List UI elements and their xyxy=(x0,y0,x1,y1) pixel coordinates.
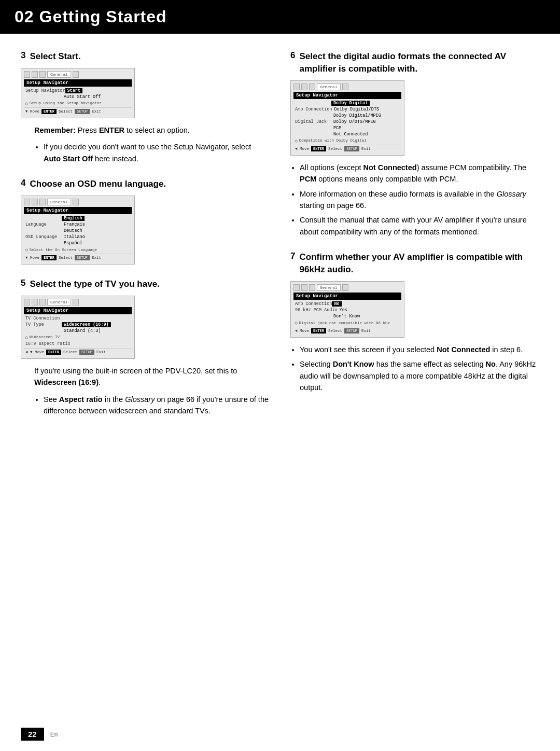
ss-note: ◯ Digital jack not compatible with 96 kH… xyxy=(293,319,401,326)
page-number: 22 xyxy=(21,728,44,741)
ss-footer: ▼ Move ENTER Select SETUP Exit xyxy=(24,107,132,115)
ss-row-96khz: 96 kHz PCM Audio Yes xyxy=(293,307,401,313)
ss-title: Setup Navigator xyxy=(293,92,401,99)
section-7-title: 7 Confirm whether your AV amplifier is c… xyxy=(290,251,539,276)
section-5-heading: Select the type of TV you have. xyxy=(30,278,159,290)
ss-note: ◯ Select the On Screen Language xyxy=(24,246,132,253)
list-item: All options (except Not Connected) assum… xyxy=(300,162,539,185)
section-4-title: 4 Choose an OSD menu language. xyxy=(21,178,270,190)
left-column: 3 Select Start. General Setup Navigator … xyxy=(21,50,270,430)
ss-row-amp: Amp Connection Dolby Digital/DTS xyxy=(293,106,401,113)
ss-row-1: Setup Navigator Start xyxy=(24,88,132,94)
section-3: 3 Select Start. General Setup Navigator … xyxy=(21,50,270,164)
screenshot-osd-language: General Setup Navigator English Language… xyxy=(21,196,135,265)
ss-title: Setup Navigator xyxy=(24,307,132,314)
section-6-title: 6 Select the digital audio formats the c… xyxy=(290,50,539,75)
ss-tabs: General xyxy=(293,284,401,291)
ss-row-dolby-mpeg: Dolby Digital/MPEG xyxy=(293,113,401,119)
list-item: If you decide you don't want to use the … xyxy=(44,141,270,164)
remember-text: Remember: Press ENTER to select an optio… xyxy=(34,124,270,136)
ss-tabs: General xyxy=(293,84,401,90)
ss-title: Setup Navigator xyxy=(293,293,401,300)
section-7-heading: Confirm whether your AV amplifier is com… xyxy=(299,251,539,276)
screenshot-select-start: General Setup Navigator Setup Navigator … xyxy=(21,68,135,118)
ss-tabs: General xyxy=(24,299,132,305)
section-6-heading: Select the digital audio formats the con… xyxy=(299,50,539,75)
ss-row-francais: Language Français xyxy=(24,221,132,228)
ss-row-amp-conn: Amp Connection No xyxy=(293,301,401,307)
ss-row-not-connected: Not Connected xyxy=(293,131,401,137)
ss-row-2: Auto Start Off xyxy=(24,94,132,100)
section-7-number: 7 xyxy=(290,251,295,261)
ss-footer: ▼ Move ENTER Select SETUP Exit xyxy=(24,254,132,261)
ss-row-tv-connection: TV Connection xyxy=(24,315,132,322)
ss-row-dontknow: Don't Know xyxy=(293,313,401,319)
list-item: Selecting Don't Know has the same effect… xyxy=(300,358,539,393)
section-5: 5 Select the type of TV you have. Genera… xyxy=(21,278,270,417)
ss-row-pcm: PCM xyxy=(293,125,401,131)
ss-row-deutsch: Deutsch xyxy=(24,228,132,234)
screenshot-dolby-digital: General Setup Navigator Dolby Digital Am… xyxy=(290,80,404,156)
ss-title: Setup Navigator xyxy=(24,207,132,214)
section-5-title: 5 Select the type of TV you have. xyxy=(21,278,270,290)
section-3-bullets: If you decide you don't want to use the … xyxy=(44,141,270,164)
ss-note2: 16:9 aspect ratio xyxy=(24,340,132,347)
section-3-number: 3 xyxy=(21,50,25,61)
section-6-bullets: All options (except Not Connected) assum… xyxy=(300,162,539,238)
ss-note: ◯ Compatible with Dolby Digital xyxy=(293,137,401,144)
section-4-number: 4 xyxy=(21,178,25,188)
page-footer: 22 En xyxy=(0,728,560,741)
section-6: 6 Select the digital audio formats the c… xyxy=(290,50,539,238)
section-6-number: 6 xyxy=(290,50,295,61)
section-7-bullets: You won't see this screen if you selecte… xyxy=(300,344,539,394)
list-item: You won't see this screen if you selecte… xyxy=(300,344,539,355)
ss-footer: ◄ Move ENTER Select SETUP Exit xyxy=(293,327,401,335)
ss-tabs: General xyxy=(24,71,132,78)
ss-row-dolby: Dolby Digital xyxy=(293,100,401,106)
right-column: 6 Select the digital audio formats the c… xyxy=(290,50,539,430)
ss-title: Setup Navigator xyxy=(24,79,132,87)
section-4: 4 Choose an OSD menu language. General S… xyxy=(21,178,270,265)
footer-lang: En xyxy=(50,731,58,738)
ss-tabs: General xyxy=(24,199,132,205)
ss-note: ◯ Widescreen TV xyxy=(24,334,132,340)
section-7: 7 Confirm whether your AV amplifier is c… xyxy=(290,251,539,393)
list-item: Consult the manual that came with your A… xyxy=(300,214,539,238)
ss-row-digital-jack: Digital Jack Dolby D/DTS/MPEG xyxy=(293,119,401,125)
ss-row-standard: Standard (4:3) xyxy=(24,328,132,334)
section-5-number: 5 xyxy=(21,278,25,288)
page-header: 02 Getting Started xyxy=(0,0,560,34)
screenshot-96khz: General Setup Navigator Amp Connection N… xyxy=(290,281,404,338)
ss-note: ◯ Setup using the Setup Navigator xyxy=(24,100,132,106)
ss-footer: ◄ Move ENTER Select SETUP Exit xyxy=(293,145,401,152)
section-3-heading: Select Start. xyxy=(30,50,80,63)
section-5-body: If you're using the built-in screen of t… xyxy=(34,365,270,388)
ss-row-espanol: Español xyxy=(24,240,132,246)
section-4-heading: Choose an OSD menu language. xyxy=(30,178,166,190)
chapter-title: Getting Started xyxy=(39,7,166,26)
ss-row-tv-type: TV Type Widescreen (16:9) xyxy=(24,322,132,328)
list-item: More information on these audio formats … xyxy=(300,188,539,212)
ss-row-english: English xyxy=(24,215,132,221)
chapter-number: 02 xyxy=(15,7,34,26)
section-5-bullets: See Aspect ratio in the Glossary on page… xyxy=(44,394,270,417)
section-3-title: 3 Select Start. xyxy=(21,50,270,63)
ss-footer: ◄ ▼ Move ENTER Select SETUP Exit xyxy=(24,348,132,356)
main-content: 3 Select Start. General Setup Navigator … xyxy=(0,50,560,430)
list-item: See Aspect ratio in the Glossary on page… xyxy=(44,394,270,417)
screenshot-tv-type: General Setup Navigator TV Connection TV… xyxy=(21,296,135,359)
ss-row-italiano: OSD Language Italiano xyxy=(24,234,132,240)
